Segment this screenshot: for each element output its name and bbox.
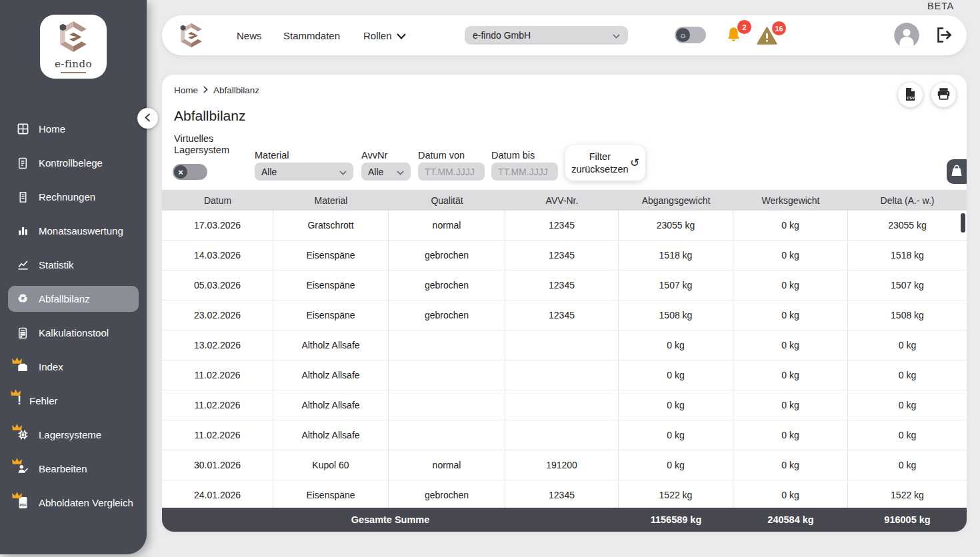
edit-user-icon (15, 462, 31, 475)
sidebar-item-label: Lagersysteme (39, 429, 101, 440)
table-row[interactable]: 13.02.2026Altholz Allsafe0 kg0 kg0 kg (162, 330, 967, 360)
table-row[interactable]: 17.03.2026Gratschrottnormal1234523055 kg… (162, 211, 967, 241)
table-cell: Altholz Allsafe (273, 420, 389, 450)
table-cell: gebrochen (389, 271, 505, 300)
error-icon: ! (15, 394, 24, 408)
sidebar-item-fehler[interactable]: ! Fehler (0, 384, 147, 418)
breadcrumb: Home Abfallbilanz (174, 85, 259, 95)
sidebar-item-label: Kalkulationstool (39, 327, 109, 338)
warning-triangle-icon (757, 35, 777, 47)
table-body: 17.03.2026Gratschrottnormal1234523055 kg… (162, 211, 967, 508)
table-cell: 1518 kg (848, 241, 967, 270)
sidebar-item-lagersysteme[interactable]: Lagersysteme (0, 418, 147, 452)
table-cell: 0 kg (848, 360, 967, 390)
table-cell: 0 kg (619, 450, 733, 480)
sidebar-item-label: Index (39, 361, 63, 372)
table-cell: Eisenspäne (273, 241, 389, 270)
crown-icon (12, 490, 22, 501)
table-header-row: DatumMaterialQualitätAVV-Nr.Abgangsgewic… (162, 190, 967, 211)
material-select[interactable]: Alle (255, 163, 353, 181)
sidebar-item-kontrollbelege[interactable]: Kontrollbelege (0, 146, 147, 180)
logout-button[interactable] (935, 26, 953, 46)
table-scrollbar-thumb[interactable] (961, 213, 965, 233)
table-row[interactable]: 11.02.2026Altholz Allsafe0 kg0 kg0 kg (162, 390, 967, 420)
company-select[interactable]: e-findo GmbH (465, 26, 628, 45)
table-cell: normal (389, 450, 505, 480)
virtual-storage-toggle[interactable]: × (173, 164, 207, 180)
table-cell: 11.02.2026 (162, 420, 273, 450)
table-row[interactable]: 23.02.2026Eisenspänegebrochen123451508 k… (162, 300, 967, 330)
nav-stammdaten[interactable]: Stammdaten (283, 15, 340, 55)
sidebar-item-rechnungen[interactable]: Rechnungen (0, 180, 147, 214)
table-cell: 0 kg (733, 390, 848, 420)
sidebar-item-label: Rechnungen (39, 191, 95, 203)
table-row[interactable]: 14.03.2026Eisenspänegebrochen123451518 k… (162, 241, 967, 271)
table-row[interactable]: 11.02.2026Altholz Allsafe0 kg0 kg0 kg (162, 420, 967, 450)
table-row[interactable]: 30.01.2026Kupol 60normal1912000 kg0 kg0 … (162, 450, 967, 480)
sidebar-item-abholdaten-vergleich[interactable]: PDF Abholdaten Vergleich (0, 486, 147, 520)
avvnr-select[interactable]: Alle (361, 163, 411, 181)
breadcrumb-home[interactable]: Home (174, 85, 198, 95)
table-cell: Eisenspäne (273, 480, 389, 508)
table-cell: 0 kg (619, 390, 733, 420)
sidebar-item-label: Home (39, 123, 65, 135)
table-cell (389, 360, 505, 390)
table-cell: 0 kg (733, 241, 848, 270)
footer-werksgewicht-total: 240584 kg (733, 514, 848, 525)
table-footer: Gesamte Summe 1156589 kg 240584 kg 91600… (162, 508, 967, 532)
date-from-input[interactable] (418, 163, 485, 181)
breadcrumb-current: Abfallbilanz (213, 85, 259, 95)
table-cell: 05.03.2026 (162, 271, 273, 300)
nav-rollen-dropdown[interactable]: Rollen (363, 15, 406, 55)
nav-news[interactable]: News (237, 15, 262, 55)
topbar: News Stammdaten Rollen e-findo GmbH ☼ 2 … (162, 15, 967, 55)
content-card: Home Abfallbilanz CSV Abfallbilanz Virtu… (162, 75, 967, 532)
theme-toggle[interactable]: ☼ (675, 27, 706, 43)
sidebar-item-bearbeiten[interactable]: Bearbeiten (0, 452, 147, 486)
table-row[interactable]: 05.03.2026Eisenspänegebrochen123451507 k… (162, 271, 967, 300)
table-cell: gebrochen (389, 300, 505, 330)
table-cell: 13.02.2026 (162, 330, 273, 360)
table-cell: 0 kg (848, 330, 967, 360)
logout-icon (935, 36, 953, 46)
warnings-button[interactable]: 16 (757, 27, 777, 47)
notifications-button[interactable]: 2 (725, 25, 743, 47)
sidebar-item-monatsauswertung[interactable]: Monatsauswertung (0, 214, 147, 248)
chevron-down-icon (397, 167, 404, 177)
sidebar-item-kalkulationstool[interactable]: Kalkulationstool (0, 316, 147, 350)
sidebar-item-abfallbilanz[interactable]: ♻ Abfallbilanz (8, 286, 139, 312)
sidebar-collapse-button[interactable] (137, 108, 158, 129)
table-cell: 0 kg (733, 211, 848, 240)
receipt-icon (15, 191, 31, 204)
table-cell: 12345 (505, 241, 619, 270)
sidebar-item-label: Abfallbilanz (39, 293, 90, 304)
print-button[interactable] (931, 83, 956, 107)
table-row[interactable]: 11.02.2026Altholz Allsafe0 kg0 kg0 kg (162, 360, 967, 390)
weight-bag-button[interactable] (947, 159, 967, 184)
sidebar-item-index[interactable]: Index (0, 350, 147, 384)
pdf-icon: PDF (15, 496, 31, 509)
table-cell: Eisenspäne (273, 271, 389, 300)
beta-label: BETA (927, 1, 954, 11)
date-to-input[interactable] (491, 163, 558, 181)
table-cell: 1507 kg (848, 271, 967, 300)
filter-reset-button[interactable]: Filter zurücksetzen ↺ (565, 145, 645, 181)
logo-underline (61, 72, 86, 73)
sidebar-item-label: Kontrollbelege (39, 157, 103, 169)
chevron-right-icon (203, 85, 208, 95)
table-cell (505, 420, 619, 450)
sidebar-item-statistik[interactable]: Statistik (0, 248, 147, 282)
export-csv-button[interactable]: CSV (898, 83, 923, 107)
table-cell: 1507 kg (619, 271, 733, 300)
column-header: AVV-Nr. (505, 195, 619, 206)
crown-icon (11, 387, 21, 398)
column-header: Delta (A.- w.) (848, 195, 967, 206)
date-from-label: Datum von (418, 150, 465, 161)
table-row[interactable]: 24.01.2026Eisenspänegebrochen123451522 k… (162, 480, 967, 508)
sidebar-item-home[interactable]: Home (0, 112, 147, 146)
table-cell: 0 kg (733, 420, 848, 450)
table-cell: 0 kg (619, 330, 733, 360)
sun-icon: ☼ (676, 28, 690, 42)
avatar[interactable] (894, 23, 919, 48)
logo-text: e-findo (55, 58, 92, 70)
